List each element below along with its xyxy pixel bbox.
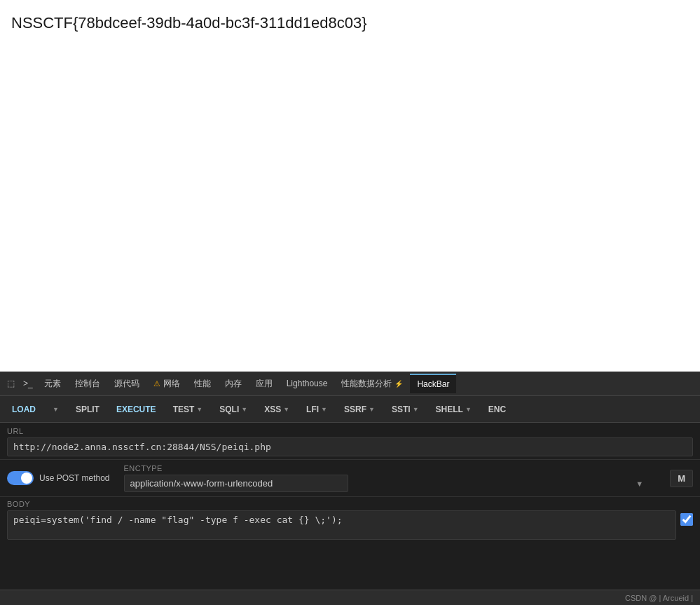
body-checkbox[interactable] <box>680 513 693 526</box>
enctype-label: enctype <box>124 464 650 473</box>
sqli-arrow-icon: ▼ <box>241 406 247 413</box>
ssrf-button[interactable]: SSRF ▼ <box>336 401 383 418</box>
tab-perf-data[interactable]: 性能数据分析 ⚡ <box>334 374 410 394</box>
tab-lighthouse[interactable]: Lighthouse <box>280 374 335 393</box>
enc-label: ENC <box>488 405 506 414</box>
tab-console[interactable]: 控制台 <box>68 374 107 394</box>
inspector-icon: ⬚ <box>7 379 15 388</box>
shell-button[interactable]: SHELL ▼ <box>428 401 479 418</box>
body-label: Body <box>7 500 693 508</box>
tab-elements[interactable]: 元素 <box>37 374 68 394</box>
ssrf-label: SSRF <box>344 405 366 414</box>
devtools-panel: ⬚ >_ 元素 控制台 源代码 ⚠ 网络 性能 内存 应用 Lighthouse <box>0 372 700 605</box>
tab-performance[interactable]: 性能 <box>187 374 218 394</box>
flag-display: NSSCTF{78bdceef-39db-4a0d-bc3f-311dd1ed8… <box>11 14 689 32</box>
xss-label: XSS <box>264 405 281 414</box>
tab-elements-label: 元素 <box>44 378 61 390</box>
ssti-button[interactable]: SSTI ▼ <box>384 401 427 418</box>
execute-button[interactable]: EXECUTE <box>109 401 164 418</box>
ssrf-arrow-icon: ▼ <box>369 406 375 413</box>
tab-lighthouse-label: Lighthouse <box>287 379 328 388</box>
load-dropdown[interactable]: ▼ <box>45 402 67 416</box>
post-method-toggle[interactable] <box>7 471 34 485</box>
body-row: Body peiqi=system('find / -name "flag" -… <box>0 497 700 590</box>
lfi-label: LFI <box>306 405 319 414</box>
tab-inspector-icon[interactable]: ⬚ <box>3 374 19 393</box>
enc-button[interactable]: ENC <box>481 401 514 418</box>
tab-network-label: 网络 <box>163 378 180 390</box>
sqli-label: SQLI <box>219 405 239 414</box>
tab-perf-data-label: 性能数据分析 <box>341 378 392 390</box>
hackbar-body: URL Use POST method enctype application/… <box>0 423 700 590</box>
body-textarea[interactable]: peiqi=system('find / -name "flag" -type … <box>7 510 676 540</box>
tab-hackbar-label: HackBar <box>417 379 449 389</box>
test-button[interactable]: TEST ▼ <box>165 401 211 418</box>
load-button[interactable]: LOAD <box>4 401 43 418</box>
tab-application[interactable]: 应用 <box>249 374 280 394</box>
status-text: CSDN @ | Arcueid | <box>625 594 693 602</box>
url-label: URL <box>7 427 693 435</box>
console-icon: >_ <box>23 379 33 388</box>
shell-label: SHELL <box>436 405 463 414</box>
ssti-label: SSTI <box>392 405 411 414</box>
warning-icon: ⚠ <box>153 379 160 388</box>
shell-arrow-icon: ▼ <box>465 406 472 413</box>
split-button[interactable]: SPLIT <box>68 401 107 418</box>
toggle-wrapper: Use POST method <box>7 471 110 485</box>
enctype-select[interactable]: application/x-www-form-urlencoded multip… <box>124 475 348 492</box>
url-input[interactable] <box>7 437 693 456</box>
tab-performance-label: 性能 <box>194 378 211 390</box>
url-row: URL <box>0 423 700 460</box>
method-button[interactable]: M <box>670 470 693 487</box>
tab-memory[interactable]: 内存 <box>218 374 249 394</box>
lfi-button[interactable]: LFI ▼ <box>298 401 335 418</box>
enctype-section: enctype application/x-www-form-urlencode… <box>124 464 650 492</box>
enctype-select-wrapper: application/x-www-form-urlencoded multip… <box>124 475 650 492</box>
tab-application-label: 应用 <box>256 378 273 390</box>
toggle-label: Use POST method <box>39 473 110 483</box>
hackbar-toolbar: LOAD ▼ SPLIT EXECUTE TEST ▼ SQLI ▼ XSS ▼… <box>0 396 700 423</box>
lfi-arrow-icon: ▼ <box>321 406 327 413</box>
toggle-knob <box>21 473 32 484</box>
xss-button[interactable]: XSS ▼ <box>256 401 297 418</box>
test-label: TEST <box>173 405 195 414</box>
tab-hackbar[interactable]: HackBar <box>410 374 456 393</box>
tab-sources-label: 源代码 <box>114 378 139 390</box>
enctype-arrow-icon: ▼ <box>636 480 643 488</box>
status-bar: CSDN @ | Arcueid | <box>0 590 700 605</box>
tab-network[interactable]: ⚠ 网络 <box>146 374 187 394</box>
tab-sources[interactable]: 源代码 <box>107 374 146 394</box>
xss-arrow-icon: ▼ <box>283 406 289 413</box>
middle-row: Use POST method enctype application/x-ww… <box>0 460 700 497</box>
load-arrow-icon: ▼ <box>53 406 59 413</box>
body-input-wrapper: peiqi=system('find / -name "flag" -type … <box>7 510 693 585</box>
test-arrow-icon: ▼ <box>196 406 203 413</box>
tab-console-icon[interactable]: >_ <box>19 374 37 393</box>
tab-memory-label: 内存 <box>225 378 242 390</box>
sqli-button[interactable]: SQLI ▼ <box>212 401 255 418</box>
perf-data-icon: ⚡ <box>394 380 403 388</box>
devtools-tabbar: ⬚ >_ 元素 控制台 源代码 ⚠ 网络 性能 内存 应用 Lighthouse <box>0 372 700 396</box>
main-content: NSSCTF{78bdceef-39db-4a0d-bc3f-311dd1ed8… <box>0 0 700 372</box>
tab-console-label: 控制台 <box>75 378 100 390</box>
ssti-arrow-icon: ▼ <box>413 406 419 413</box>
